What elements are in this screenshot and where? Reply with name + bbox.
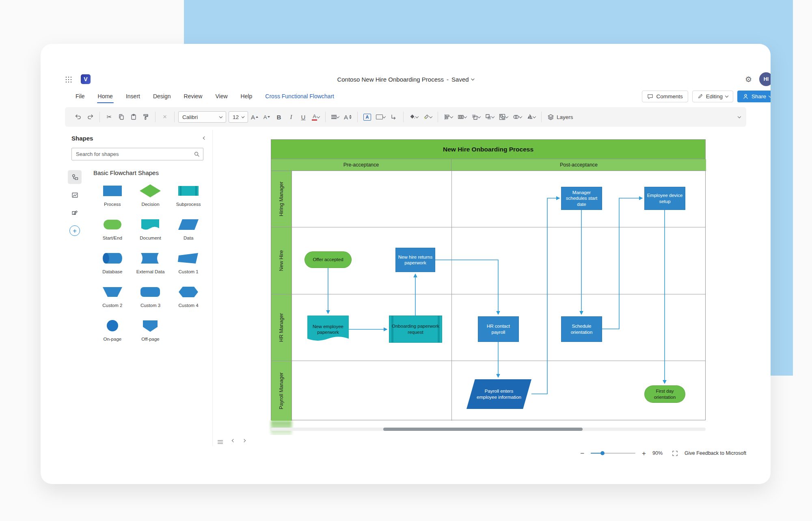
align-shapes-button[interactable]: [442, 110, 455, 124]
menu-view[interactable]: View: [215, 93, 227, 99]
shape-item-database[interactable]: Database: [101, 251, 124, 274]
flowchart-node-hr-contact-payroll[interactable]: HR contact payroll: [478, 316, 519, 342]
shape-item-off-page[interactable]: Off-page: [139, 318, 162, 342]
shape-item-document[interactable]: Document: [139, 217, 162, 240]
cross-functional-flowchart[interactable]: New Hire Onboarding Process Pre-acceptan…: [271, 139, 706, 420]
menu-design[interactable]: Design: [153, 93, 171, 99]
delete-button[interactable]: ×: [159, 110, 171, 124]
visio-logo[interactable]: V: [81, 74, 91, 84]
shape-item-start-end[interactable]: Start/End: [101, 217, 124, 240]
copy-button[interactable]: [116, 110, 127, 124]
flowchart-node-onboarding-paperwork-request[interactable]: Onboarding paperwork request: [389, 316, 442, 343]
format-painter-button[interactable]: [140, 110, 151, 124]
flowchart-connectors[interactable]: [271, 140, 706, 421]
bring-forward-button[interactable]: [469, 110, 482, 124]
next-page-button[interactable]: [243, 439, 246, 442]
flowchart-node-offer-accepted[interactable]: Offer accepted: [304, 251, 352, 268]
shape-operations-button[interactable]: [511, 110, 524, 124]
flowchart-node-new-employee-paperwork[interactable]: New employee paperwork: [307, 316, 349, 343]
highlighter-button[interactable]: [421, 110, 434, 124]
menu-cross-functional-flowchart[interactable]: Cross Functional Flowchart: [265, 93, 334, 99]
zoom-slider-handle[interactable]: [600, 451, 605, 455]
fit-to-window-icon[interactable]: [672, 450, 678, 456]
menu-home[interactable]: Home: [98, 93, 113, 99]
database-shape-icon: [101, 251, 124, 266]
group-button[interactable]: [497, 110, 510, 124]
avatar[interactable]: HI: [759, 72, 771, 86]
position-button[interactable]: [456, 110, 469, 124]
flowchart-node-employee-device-setup[interactable]: Employee device setup: [644, 187, 685, 210]
stencil-tab-3[interactable]: [68, 206, 82, 220]
shape-search-input[interactable]: [72, 151, 194, 157]
layers-button[interactable]: Layers: [545, 110, 575, 124]
paste-button[interactable]: [128, 110, 139, 124]
shape-item-data[interactable]: Data: [177, 217, 200, 240]
editing-mode-button[interactable]: Editing: [692, 91, 733, 102]
send-backward-button[interactable]: [483, 110, 496, 124]
fill-color-button[interactable]: [407, 110, 420, 124]
feedback-link[interactable]: Give Feedback to Microsoft: [685, 450, 746, 456]
start-end-shape-icon: [101, 217, 124, 232]
zoom-slider[interactable]: [591, 451, 635, 456]
redo-button[interactable]: [84, 110, 96, 124]
horizontal-scrollbar-thumb[interactable]: [383, 428, 583, 431]
shape-item-custom-4[interactable]: Custom 4: [177, 285, 200, 308]
search-icon[interactable]: [194, 151, 200, 157]
bold-button[interactable]: B: [273, 110, 285, 124]
visio-app: V Contoso New Hire Onboarding Process - …: [65, 70, 746, 460]
process-shape-icon: [101, 184, 124, 198]
text-size-button[interactable]: A: [342, 110, 354, 124]
collapse-panel-button[interactable]: [202, 137, 206, 139]
previous-page-button[interactable]: [231, 439, 235, 442]
connector-tool-button[interactable]: [388, 110, 400, 124]
drawing-canvas[interactable]: New Hire Onboarding Process Pre-acceptan…: [213, 130, 746, 435]
flowchart-node-first-day-orientation[interactable]: First day orientation: [644, 385, 685, 403]
shape-item-subprocess[interactable]: Subprocess: [176, 184, 201, 207]
chevron-down-icon[interactable]: [471, 77, 474, 80]
menu-help[interactable]: Help: [241, 93, 253, 99]
shape-item-custom-2[interactable]: Custom 2: [101, 285, 124, 308]
comments-button[interactable]: Comments: [642, 91, 688, 102]
document-title[interactable]: Contoso New Hire Onboarding Process - Sa…: [337, 76, 474, 83]
shape-item-custom-1[interactable]: Custom 1: [177, 251, 200, 274]
flip-button[interactable]: [525, 110, 538, 124]
underline-button[interactable]: U: [298, 110, 309, 124]
flowchart-node-new-hire-returns-paperwork[interactable]: New hire returns paperwork: [395, 248, 435, 272]
shape-item-on-page[interactable]: On-page: [101, 318, 124, 342]
grow-font-button[interactable]: A: [249, 110, 260, 124]
text-box-button[interactable]: A: [361, 110, 373, 124]
page-list-button[interactable]: [218, 440, 223, 441]
shape-item-process[interactable]: Process: [101, 184, 124, 207]
app-launcher-icon[interactable]: [65, 76, 72, 83]
shapes-stencil-tab[interactable]: [68, 170, 82, 184]
flowchart-node-schedule-orientation[interactable]: Schedule orientation: [561, 316, 602, 342]
share-button[interactable]: Share: [737, 91, 771, 102]
add-stencil-button[interactable]: +: [69, 225, 80, 236]
settings-gear-icon[interactable]: ⚙: [745, 75, 752, 84]
zoom-level[interactable]: 90%: [652, 450, 665, 456]
pen-icon: [698, 93, 703, 99]
shape-item-decision[interactable]: Decision: [139, 184, 162, 207]
shape-item-custom-3[interactable]: Custom 3: [139, 285, 162, 308]
menu-review[interactable]: Review: [184, 93, 203, 99]
undo-button[interactable]: [72, 110, 84, 124]
shape-item-external-data[interactable]: External Data: [136, 251, 165, 274]
font-size-select[interactable]: 12: [229, 111, 248, 123]
menu-file[interactable]: File: [76, 93, 85, 99]
ribbon-overflow-chevron-icon[interactable]: [738, 115, 741, 118]
shrink-font-button[interactable]: A: [261, 110, 272, 124]
font-color-button[interactable]: A: [310, 110, 322, 124]
flowchart-node-manager-schedules-start-date[interactable]: Manager schedules start date: [561, 187, 602, 210]
flowchart-node-payroll-enters-employee-information[interactable]: Payroll enters employee information: [466, 379, 531, 409]
shape-outline-button[interactable]: [374, 110, 387, 124]
off-page-shape-icon: [139, 318, 162, 333]
stencil-tab-2[interactable]: [68, 188, 82, 202]
zoom-out-button[interactable]: −: [580, 450, 584, 457]
italic-button[interactable]: I: [285, 110, 297, 124]
zoom-in-button[interactable]: +: [642, 450, 646, 457]
font-name-select[interactable]: Calibri: [178, 111, 226, 123]
chevron-down-icon: [317, 115, 320, 118]
menu-insert[interactable]: Insert: [126, 93, 140, 99]
cut-button[interactable]: ✂: [104, 110, 115, 124]
align-text-button[interactable]: [329, 110, 341, 124]
